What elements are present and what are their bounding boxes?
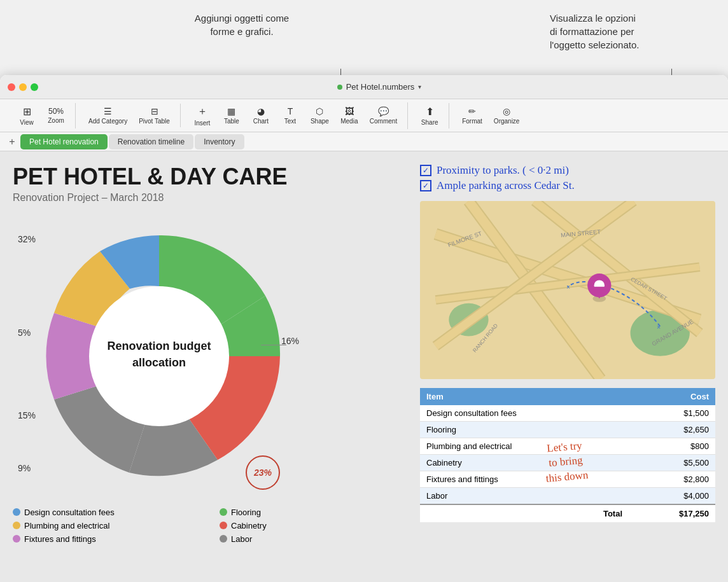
annotation-bracket-tick	[340, 69, 341, 75]
checkbox-1[interactable]: ✓	[420, 165, 431, 176]
legend-plumbing: Plumbing and electrical	[13, 521, 200, 530]
pivot-icon: ⊟	[151, 106, 158, 116]
table-header-cost: Cost	[629, 388, 715, 405]
share-group: ⬆ Share	[410, 103, 449, 128]
chart-icon: ◕	[257, 106, 265, 116]
left-column: PET HOTEL & DAY CARE Renovation Project …	[13, 164, 407, 569]
checkbox-2[interactable]: ✓	[420, 180, 431, 191]
pct-23-circle: 23%	[246, 455, 280, 490]
legend-dot-plumbing	[13, 522, 20, 529]
table-row: Design consultation fees$1,500	[420, 405, 715, 422]
chart-legend: Design consultation fees Flooring Plumbi…	[13, 508, 407, 544]
table-cell-cost: $2,800	[629, 471, 715, 488]
maximize-button[interactable]	[31, 83, 38, 91]
table-total-value: $17,250	[629, 504, 715, 522]
shape-icon: ⬡	[316, 106, 323, 116]
view-button[interactable]: ⊞ View	[13, 103, 41, 128]
legend-dot-flooring	[220, 508, 227, 516]
app-window: Pet Hotel.numbers ▾ ⊞ View 50% Zoom ☰ Ad…	[0, 75, 728, 582]
svg-text:×: ×	[566, 284, 570, 291]
pct-5-label: 5%	[18, 328, 31, 338]
titlebar: Pet Hotel.numbers ▾	[0, 75, 728, 99]
tab-inventory[interactable]: Inventory	[195, 134, 244, 149]
comment-button[interactable]: 💬 Comment	[365, 104, 402, 127]
table-cell-cost: $4,000	[629, 488, 715, 505]
table-cell-cost: $800	[629, 438, 715, 455]
tab-pet-hotel[interactable]: Pet Hotel renovation	[20, 134, 108, 149]
table-cell-cost: $2,650	[629, 422, 715, 438]
svg-text:allocation: allocation	[132, 356, 186, 369]
table-row: Labor$4,000	[420, 488, 715, 505]
comment-icon: 💬	[378, 106, 389, 116]
toolbar: ⊞ View 50% Zoom ☰ Add Category ⊟ Pivot T…	[0, 99, 728, 132]
right-column: ✓ Proximity to parks. ( < 0·2 mi) ✓ Ampl…	[420, 164, 715, 569]
close-button[interactable]	[8, 83, 15, 91]
view-icon: ⊞	[23, 106, 31, 118]
chevron-down-icon[interactable]: ▾	[418, 83, 421, 90]
minimize-button[interactable]	[19, 83, 27, 91]
insert-button[interactable]: ＋ Insert	[188, 102, 216, 129]
legend-labor: Labor	[220, 534, 407, 544]
pct-16-line	[261, 345, 286, 345]
table-icon: ▦	[227, 106, 235, 116]
legend-dot-labor	[220, 535, 227, 543]
traffic-lights	[8, 83, 38, 91]
share-button[interactable]: ⬆ Share	[416, 103, 444, 128]
map-container[interactable]: FILMORE ST MAIN STREET CEDAR STREET RANC…	[420, 201, 715, 379]
media-button[interactable]: 🖼 Media	[335, 104, 363, 127]
document-title: PET HOTEL & DAY CARE	[13, 164, 407, 190]
doc-status-dot	[337, 85, 342, 90]
add-category-button[interactable]: ☰ Add Category	[83, 104, 132, 127]
add-tab-button[interactable]: +	[5, 135, 19, 149]
legend-dot-fixtures	[13, 535, 20, 543]
format-group: ✏ Format ◎ Organize	[452, 104, 529, 127]
view-group: ⊞ View 50% Zoom	[8, 103, 76, 128]
table-row: Flooring$2,650	[420, 422, 715, 438]
annotation-right: Visualizza le opzioni di formattazione p…	[550, 11, 690, 52]
annotation-left: Aggiungi oggetti come forme e grafici.	[165, 11, 318, 38]
window-title: Pet Hotel.numbers	[346, 82, 415, 92]
main-content: PET HOTEL & DAY CARE Renovation Project …	[0, 151, 728, 582]
media-icon: 🖼	[345, 106, 354, 116]
format-icon: ✏	[468, 106, 476, 116]
svg-text:×: ×	[657, 324, 661, 331]
table-group: ☰ Add Category ⊟ Pivot Table	[78, 104, 181, 127]
tab-renovation-timeline[interactable]: Renovation timeline	[109, 134, 193, 149]
share-icon: ⬆	[426, 106, 434, 118]
chart-area[interactable]: 32% 5% 15% 9%	[13, 210, 407, 502]
add-category-icon: ☰	[104, 106, 112, 116]
table-cell-cost: $1,500	[629, 405, 715, 422]
pivot-table-button[interactable]: ⊟ Pivot Table	[134, 104, 175, 127]
text-icon: T	[288, 106, 293, 116]
insert-icon: ＋	[197, 105, 207, 118]
table-cell-cost: $5,500	[629, 455, 715, 471]
legend-cabinetry: Cabinetry	[220, 521, 407, 530]
shape-button[interactable]: ⬡ Shape	[305, 104, 334, 127]
table-cell-item: Labor	[420, 488, 629, 505]
legend-flooring: Flooring	[220, 508, 407, 517]
chart-button[interactable]: ◕ Chart	[247, 104, 275, 127]
table-total-label: Total	[420, 504, 629, 522]
organize-button[interactable]: ◎ Organize	[489, 104, 525, 127]
svg-text:Renovation budget: Renovation budget	[108, 340, 211, 352]
zoom-button[interactable]: 50% Zoom	[42, 104, 70, 127]
table-section: Item Cost Design consultation fees$1,500…	[420, 388, 715, 522]
map-svg: FILMORE ST MAIN STREET CEDAR STREET RANC…	[420, 201, 715, 379]
zoom-icon: 50%	[48, 107, 64, 116]
format-button[interactable]: ✏ Format	[457, 104, 487, 127]
handwriting-notes: ✓ Proximity to parks. ( < 0·2 mi) ✓ Ampl…	[420, 164, 715, 192]
table-cell-item: Flooring	[420, 422, 629, 438]
text-button[interactable]: T Text	[276, 104, 304, 127]
organize-icon: ◎	[503, 106, 510, 116]
table-button[interactable]: ▦ Table	[218, 104, 246, 127]
legend-dot-design	[13, 508, 20, 516]
legend-dot-cabinetry	[220, 522, 227, 529]
hw-note-2: ✓ Ample parking across Cedar St.	[420, 179, 715, 192]
insert-group: ＋ Insert ▦ Table ◕ Chart T Text ⬡ Shape …	[183, 102, 408, 129]
doc-title-section: PET HOTEL & DAY CARE Renovation Project …	[13, 164, 407, 204]
tabs-bar: + Pet Hotel renovation Renovation timeli…	[0, 132, 728, 151]
legend-fixtures: Fixtures and fittings	[13, 534, 200, 544]
title-area: Pet Hotel.numbers ▾	[38, 82, 720, 92]
hw-note-1: ✓ Proximity to parks. ( < 0·2 mi)	[420, 164, 715, 177]
table-cell-item: Design consultation fees	[420, 405, 629, 422]
